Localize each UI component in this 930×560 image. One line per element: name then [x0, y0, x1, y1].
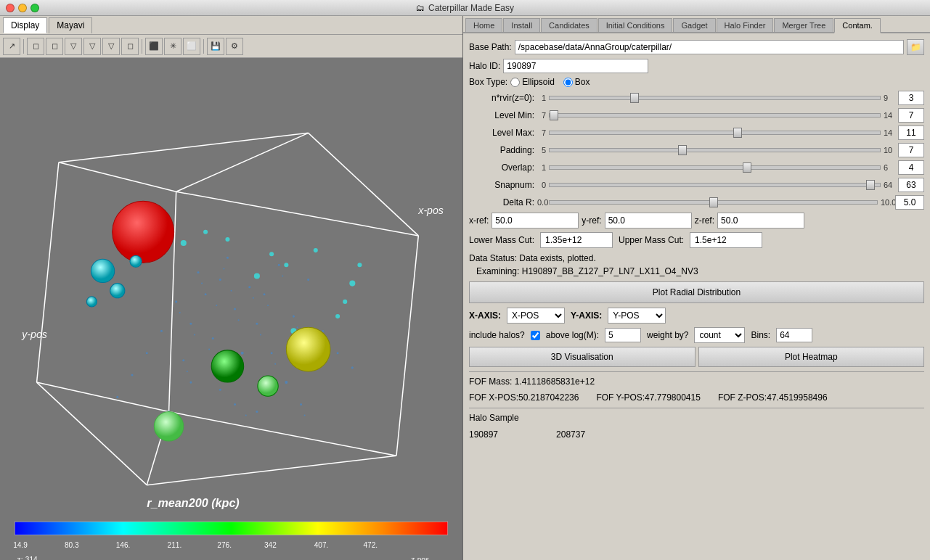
- toolbar-settings-btn[interactable]: ⚙: [226, 38, 243, 55]
- halo-id-input[interactable]: [503, 59, 648, 73]
- weight-by-label: weight by?: [647, 330, 688, 340]
- nav-tab-candidates[interactable]: Candidates: [541, 18, 597, 32]
- status-box: Data Status: Data exists, plotted. Exami…: [469, 252, 924, 278]
- toolbar-filter-btn1[interactable]: ▽: [65, 38, 82, 55]
- halo-id-row: Halo ID:: [469, 59, 924, 73]
- nav-tab-merger-tree[interactable]: Merger Tree: [774, 18, 833, 32]
- radio-ellipsoid-input[interactable]: [510, 78, 520, 87]
- slider-overlap[interactable]: [549, 165, 881, 170]
- svg-text:146.: 146.: [116, 541, 131, 549]
- slider-levelmin-row: Level Min: 7 14: [469, 108, 924, 123]
- close-btn[interactable]: [6, 4, 15, 12]
- nav-tab-contam[interactable]: Contam.: [834, 18, 881, 33]
- fof-info: FOF Mass: 1.41118685831e+12 FOF X-POS:50…: [469, 375, 924, 405]
- slider-padding-value[interactable]: [898, 143, 924, 157]
- slider-deltar-value[interactable]: [895, 195, 924, 210]
- yaxis-label: Y-AXIS:: [571, 310, 602, 321]
- scene-svg: y-pos x-pos r_mean200 (kpc): [0, 58, 462, 560]
- toolbar-outline-btn2[interactable]: ◻: [46, 38, 63, 55]
- svg-point-61: [304, 415, 306, 416]
- slider-deltar-row: Delta R: 0.0 10.0: [469, 195, 924, 210]
- slider-levelmin[interactable]: [549, 113, 881, 118]
- nav-tab-gadget[interactable]: Gadget: [673, 18, 715, 32]
- toolbar-plus-btn[interactable]: ✳: [164, 38, 181, 55]
- radio-box-input[interactable]: [563, 78, 573, 87]
- toolbar-expand-btn[interactable]: ⬜: [183, 38, 200, 55]
- svg-text:211.: 211.: [168, 541, 182, 549]
- upper-mass-label: Upper Mass Cut:: [619, 235, 684, 245]
- tab-display[interactable]: Display: [3, 17, 47, 33]
- vis-3d-btn[interactable]: 3D Visualisation: [469, 347, 696, 367]
- svg-point-64: [91, 259, 114, 282]
- xaxis-select[interactable]: X-POS Y-POS Z-POS MASS: [507, 308, 565, 324]
- divider-2: [469, 408, 924, 408]
- nav-tab-install[interactable]: Install: [503, 18, 540, 32]
- svg-point-28: [293, 316, 295, 318]
- xref-input[interactable]: [491, 213, 579, 228]
- svg-text:472.: 472.: [364, 541, 378, 549]
- svg-point-22: [197, 271, 199, 273]
- nav-tab-initial-conditions[interactable]: Initial Conditions: [598, 18, 673, 32]
- slider-padding-row: Padding: 5 10: [469, 143, 924, 157]
- halo-sample-id: 190897: [469, 428, 498, 442]
- above-logm-input[interactable]: [605, 328, 641, 342]
- toolbar-box-btn[interactable]: ⬛: [145, 38, 163, 55]
- svg-point-79: [357, 263, 362, 267]
- weight-by-select[interactable]: count mass: [694, 327, 745, 343]
- slider-levelmax[interactable]: [549, 131, 881, 135]
- toolbar-outline-btn1[interactable]: ◻: [27, 38, 44, 55]
- slider-levelmin-value[interactable]: [898, 108, 924, 123]
- svg-point-38: [337, 352, 339, 354]
- maximize-btn[interactable]: [30, 4, 39, 12]
- upper-mass-input[interactable]: [690, 232, 762, 248]
- plot-heatmap-btn[interactable]: Plot Heatmap: [698, 347, 925, 367]
- xref-label: x-ref:: [469, 215, 489, 226]
- slider-nrvir[interactable]: [549, 96, 881, 100]
- svg-text:r_mean200 (kpc): r_mean200 (kpc): [147, 496, 240, 509]
- slider-snapnum-value[interactable]: [898, 178, 924, 192]
- slider-levelmax-value[interactable]: [898, 125, 924, 140]
- slider-levelmax-min: 7: [537, 128, 546, 137]
- slider-padding-max: 10: [884, 146, 895, 155]
- toolbar-filter-btn2[interactable]: ▽: [83, 38, 101, 55]
- zref-input[interactable]: [717, 213, 804, 228]
- slider-nrvir-label: n*rvir(z=0):: [469, 93, 534, 103]
- include-halos-checkbox[interactable]: [531, 331, 540, 340]
- slider-overlap-value[interactable]: [898, 160, 924, 175]
- lower-mass-input[interactable]: [540, 232, 613, 248]
- svg-point-20: [227, 257, 229, 259]
- plot-radial-btn[interactable]: Plot Radial Distribution: [469, 281, 924, 303]
- yref-label: y-ref:: [582, 215, 601, 226]
- svg-point-36: [285, 381, 287, 384]
- yaxis-select[interactable]: X-POS Y-POS Z-POS MASS: [608, 308, 666, 324]
- radio-box[interactable]: Box: [563, 77, 590, 87]
- slider-padding[interactable]: [549, 148, 881, 152]
- svg-point-58: [296, 326, 298, 328]
- slider-nrvir-value[interactable]: [898, 91, 924, 105]
- minimize-btn[interactable]: [18, 4, 27, 12]
- tab-mayavi[interactable]: Mayavi: [49, 17, 92, 33]
- toolbar-outline-btn3[interactable]: ◻: [121, 38, 139, 55]
- toolbar-sep-2: [142, 39, 142, 54]
- bins-input[interactable]: [776, 328, 812, 342]
- toolbar-arrow-btn[interactable]: ↗: [3, 38, 20, 55]
- slider-deltar-label: Delta R:: [469, 197, 534, 207]
- nav-tab-halo-finder[interactable]: Halo Finder: [717, 18, 774, 32]
- svg-text:x-pos: x-pos: [417, 205, 444, 216]
- main-container: Display Mayavi ↗ ◻ ◻ ▽ ▽ ▽ ◻ ⬛ ✳ ⬜ 💾 ⚙: [0, 16, 930, 560]
- svg-text:y-pos: y-pos: [21, 329, 47, 340]
- slider-deltar[interactable]: [549, 200, 878, 205]
- toolbar-filter-btn3[interactable]: ▽: [102, 38, 120, 55]
- slider-snapnum[interactable]: [549, 183, 881, 187]
- base-path-input[interactable]: [515, 40, 904, 54]
- fof-zpos-text: FOF Z-POS:47.4519958496: [718, 391, 828, 405]
- toolbar-save-btn[interactable]: 💾: [207, 38, 224, 55]
- svg-point-37: [219, 389, 221, 391]
- fof-mass-text: FOF Mass: 1.41118685831e+12: [469, 375, 924, 389]
- nav-tab-home[interactable]: Home: [465, 18, 502, 32]
- radio-ellipsoid[interactable]: Ellipsoid: [510, 77, 555, 87]
- svg-point-35: [131, 374, 133, 376]
- yref-input[interactable]: [605, 213, 692, 228]
- folder-browse-btn[interactable]: 📁: [907, 39, 924, 55]
- svg-point-52: [260, 334, 261, 335]
